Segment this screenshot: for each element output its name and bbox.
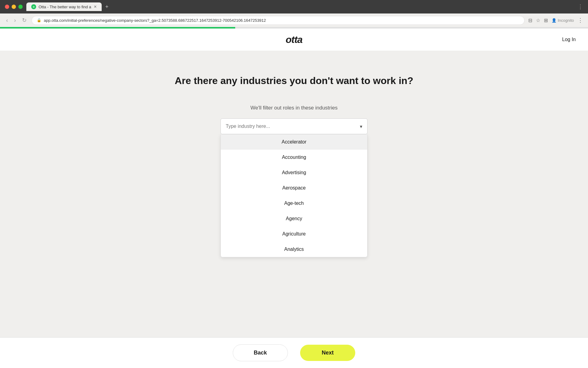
app-logo: otta [286,34,303,45]
dropdown-list: AcceleratorAccountingAdvertisingAerospac… [221,134,368,257]
browser-title-bar: o Otta - The better way to find a ✕ + ⋮ [0,0,588,13]
app-header-wrapper: otta Log In [0,27,588,51]
address-bar[interactable]: 🔒 app.otta.com/initial-preferences/negat… [32,16,525,25]
back-nav-button[interactable]: ‹ [5,16,9,25]
tab-bar: o Otta - The better way to find a ✕ + [26,2,578,11]
industry-dropdown-wrapper: ▾ AcceleratorAccountingAdvertisingAerosp… [221,118,368,134]
cast-icon[interactable]: ⊟ [528,17,532,23]
dropdown-chevron-icon: ▾ [360,124,362,129]
bottom-navigation: Back Next [0,337,588,368]
next-button[interactable]: Next [300,345,355,361]
active-tab[interactable]: o Otta - The better way to find a ✕ [26,2,102,11]
app-header: otta Log In [0,29,588,51]
window-controls [5,5,23,9]
dropdown-item[interactable]: Analytics [221,242,367,257]
login-button[interactable]: Log In [562,37,576,42]
incognito-indicator: 👤 Incognito [552,18,574,23]
new-tab-button[interactable]: + [103,2,111,11]
dropdown-item[interactable]: Agriculture [221,226,367,242]
window-minimize-button[interactable] [12,5,16,9]
bookmark-icon[interactable]: ☆ [536,17,540,23]
dropdown-item[interactable]: Agency [221,211,367,226]
browser-nav-bar: ‹ › ↻ 🔒 app.otta.com/initial-preferences… [0,13,588,27]
page-title: Are there any industries you don't want … [175,75,413,86]
forward-nav-button[interactable]: › [13,16,17,25]
tab-favicon: o [31,4,36,9]
page-subtitle: We'll filter out roles in these industri… [251,105,338,111]
browser-nav-icons: ⊟ ☆ ⊞ 👤 Incognito ⋮ [528,17,583,24]
dropdown-item[interactable]: Accounting [221,150,367,165]
url-text: app.otta.com/initial-preferences/negativ… [44,18,266,23]
dropdown-item[interactable]: Accelerator [221,134,367,150]
browser-chrome: o Otta - The better way to find a ✕ + ⋮ … [0,0,588,27]
dropdown-input-container[interactable]: ▾ [221,118,368,134]
tab-title: Otta - The better way to find a [39,5,91,9]
lock-icon: 🔒 [37,18,41,22]
main-content: Are there any industries you don't want … [0,51,588,337]
browser-menu-dots-icon[interactable]: ⋮ [578,17,583,24]
reload-button[interactable]: ↻ [21,16,28,25]
window-maximize-button[interactable] [18,5,23,9]
incognito-label: Incognito [558,18,574,23]
back-button[interactable]: Back [233,344,288,361]
dropdown-item[interactable]: Aerospace [221,180,367,196]
dropdown-item[interactable]: Age-tech [221,196,367,211]
industry-search-input[interactable] [226,124,360,129]
browser-menu-icon[interactable]: ⋮ [578,3,583,10]
incognito-avatar-icon: 👤 [552,18,556,23]
dropdown-item[interactable]: Advertising [221,165,367,180]
window-close-button[interactable] [5,5,9,9]
extension-icon[interactable]: ⊞ [544,17,548,23]
tab-close-icon[interactable]: ✕ [94,5,97,9]
